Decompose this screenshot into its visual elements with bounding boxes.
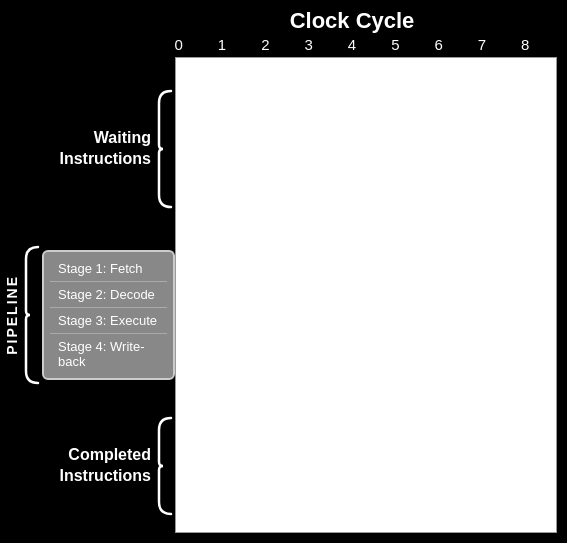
main-container: Clock Cycle 012345678 WaitingInstruction… bbox=[0, 0, 567, 543]
right-grid bbox=[175, 57, 557, 533]
stages-box: Stage 1: FetchStage 2: DecodeStage 3: Ex… bbox=[42, 250, 175, 380]
completed-label: CompletedInstructions bbox=[59, 446, 151, 484]
cycle-number: 8 bbox=[521, 36, 529, 53]
cycle-number: 3 bbox=[304, 36, 312, 53]
stage-item: Stage 4: Write-back bbox=[50, 334, 167, 374]
waiting-section: WaitingInstructions bbox=[0, 57, 175, 241]
pipeline-label: PIPELINE bbox=[0, 275, 22, 355]
pipeline-brace bbox=[22, 245, 42, 385]
cycle-number: 0 bbox=[174, 36, 182, 53]
stage-item: Stage 3: Execute bbox=[50, 308, 167, 334]
cycle-number: 6 bbox=[434, 36, 442, 53]
cycle-number: 2 bbox=[261, 36, 269, 53]
cycle-number: 4 bbox=[348, 36, 356, 53]
cycle-number: 7 bbox=[478, 36, 486, 53]
main-layout: WaitingInstructions PIPELINE Stage 1: Fe… bbox=[0, 57, 567, 543]
stage-item: Stage 2: Decode bbox=[50, 282, 167, 308]
pipeline-section: PIPELINE Stage 1: FetchStage 2: DecodeSt… bbox=[0, 241, 175, 389]
left-labels: WaitingInstructions PIPELINE Stage 1: Fe… bbox=[0, 57, 175, 543]
stage-item: Stage 1: Fetch bbox=[50, 256, 167, 282]
clock-cycle-title: Clock Cycle bbox=[157, 8, 547, 34]
header-area: Clock Cycle 012345678 bbox=[0, 0, 567, 53]
cycle-numbers: 012345678 bbox=[157, 36, 547, 53]
waiting-brace bbox=[155, 89, 175, 209]
completed-brace bbox=[155, 416, 175, 516]
completed-section: CompletedInstructions bbox=[0, 389, 175, 543]
cycle-number: 5 bbox=[391, 36, 399, 53]
cycle-number: 1 bbox=[218, 36, 226, 53]
waiting-label: WaitingInstructions bbox=[59, 129, 151, 167]
